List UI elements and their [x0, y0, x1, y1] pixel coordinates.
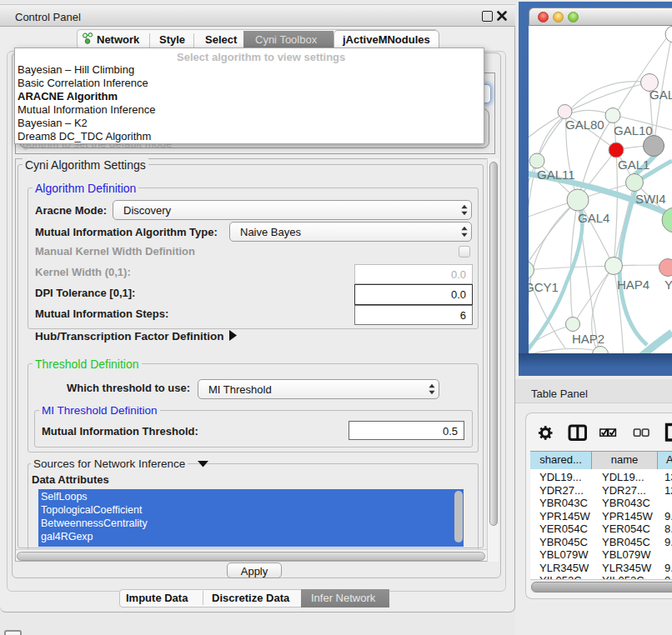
svg-text:GAL10: GAL10: [614, 123, 653, 138]
svg-text:Y: Y: [664, 278, 672, 292]
svg-text:HAP2: HAP2: [572, 332, 604, 346]
svg-text:GAL4: GAL4: [578, 211, 609, 225]
svg-text:GAL80: GAL80: [565, 118, 604, 132]
svg-text:GAL2: GAL2: [649, 88, 672, 102]
svg-text:GAL1: GAL1: [618, 158, 649, 172]
svg-text:GCY1: GCY1: [529, 280, 559, 294]
svg-text:SWI4: SWI4: [635, 192, 666, 206]
svg-text:GAL11: GAL11: [537, 168, 575, 182]
svg-text:HAP4: HAP4: [617, 278, 649, 292]
